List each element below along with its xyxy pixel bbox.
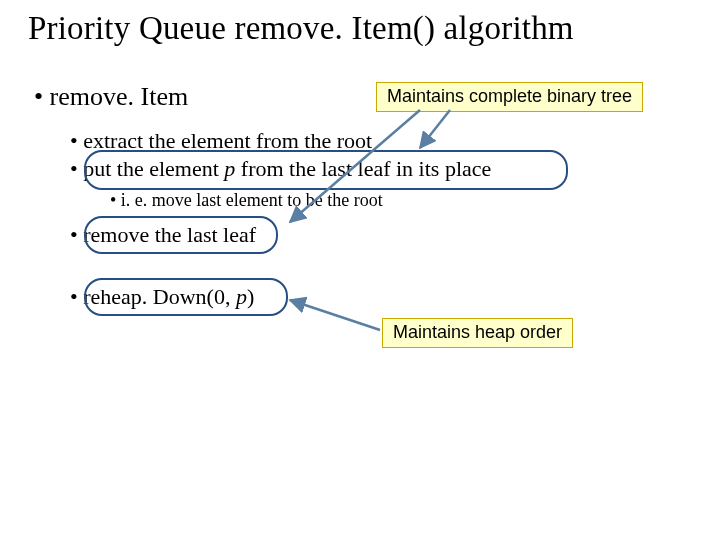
bullet-put-suffix: from the last leaf in its place [235,156,491,181]
slide: Priority Queue remove. Item() algorithm … [0,0,720,540]
svg-line-0 [420,110,450,148]
bullet-put: put the element p from the last leaf in … [70,156,491,182]
bullet-extract: extract the element from the root [70,128,372,154]
callout-heap-order: Maintains heap order [382,318,573,348]
bullet-remove-leaf: remove the last leaf [70,222,256,248]
svg-line-2 [290,300,380,330]
bullet-reheap-suffix: ) [247,284,254,309]
bullet-put-var: p [224,156,235,181]
slide-title: Priority Queue remove. Item() algorithm [28,10,574,47]
bullet-reheap-var: p [236,284,247,309]
arrow-overlay [0,0,720,540]
bullet-reheap: reheap. Down(0, p) [70,284,254,310]
bullet-put-prefix: put the element [83,156,224,181]
callout-complete-tree: Maintains complete binary tree [376,82,643,112]
bullet-reheap-prefix: reheap. Down(0, [83,284,236,309]
bullet-remove-item: remove. Item [34,82,188,112]
bullet-put-note: i. e. move last element to be the root [110,190,383,211]
